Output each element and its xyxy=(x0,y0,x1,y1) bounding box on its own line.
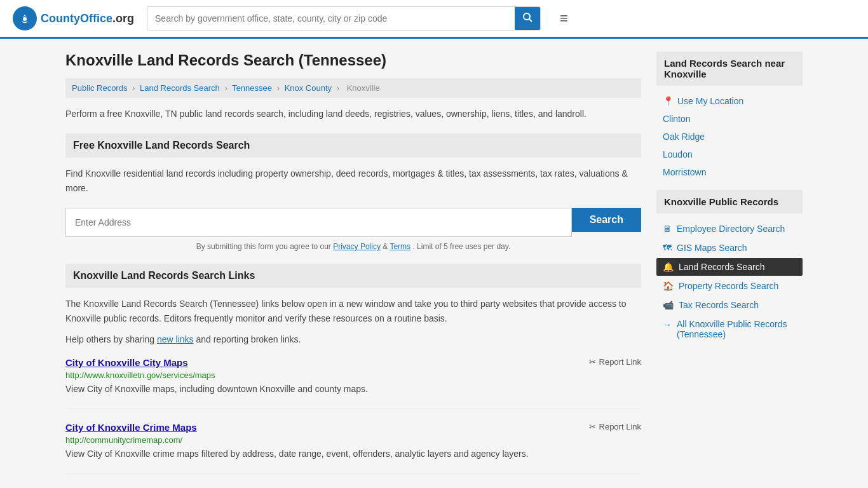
sidebar-icon-0: 🖥 xyxy=(663,224,672,234)
link-desc-0: View City of Knoxville maps, including d… xyxy=(65,383,641,396)
free-search-heading: Free Knoxville Land Records Search xyxy=(65,133,641,158)
sidebar-nearby-oak ridge[interactable]: Oak Ridge xyxy=(656,128,803,146)
global-search-input[interactable] xyxy=(147,8,515,29)
sidebar-nearby-list: ClintonOak RidgeLoudonMorristown xyxy=(656,110,803,181)
sidebar-item-property-records-search[interactable]: 🏠Property Records Search xyxy=(656,277,803,295)
sidebar-nearby-morristown[interactable]: Morristown xyxy=(656,163,803,181)
share-line: Help others by sharing new links and rep… xyxy=(65,334,641,344)
link-items-list: City of Knoxville City Maps ✂ Report Lin… xyxy=(65,357,641,474)
new-links-link[interactable]: new links xyxy=(157,334,194,344)
svg-point-2 xyxy=(524,13,530,20)
link-url-0[interactable]: http://www.knoxvilletn.gov/services/maps xyxy=(65,370,641,380)
address-search-input[interactable] xyxy=(65,208,572,237)
report-icon-1: ✂ xyxy=(589,422,596,431)
location-pin-icon: 📍 xyxy=(663,96,674,106)
breadcrumb-knoxville: Knoxville xyxy=(347,83,380,93)
sidebar-nearby-loudon[interactable]: Loudon xyxy=(656,146,803,163)
report-icon-0: ✂ xyxy=(589,357,596,367)
global-search-bar[interactable] xyxy=(147,6,541,30)
sidebar-public-records-list: 🖥Employee Directory Search🗺GIS Maps Sear… xyxy=(656,220,803,314)
main-content: Knoxville Land Records Search (Tennessee… xyxy=(65,51,641,487)
link-item-title-1[interactable]: City of Knoxville Crime Maps xyxy=(65,422,197,433)
header: CountyOffice.org ≡ xyxy=(0,0,868,39)
sidebar-item-gis-maps-search[interactable]: 🗺GIS Maps Search xyxy=(656,239,803,257)
sidebar-all-records-link[interactable]: → All Knoxville Public Records (Tennesse… xyxy=(656,315,803,343)
page-description: Perform a free Knoxville, TN public land… xyxy=(65,107,641,121)
svg-point-1 xyxy=(23,17,27,21)
link-item: City of Knoxville City Maps ✂ Report Lin… xyxy=(65,357,641,409)
address-search-button[interactable]: Search xyxy=(572,208,641,232)
address-search-form: Search xyxy=(65,208,641,237)
global-search-button[interactable] xyxy=(515,7,540,30)
link-url-1[interactable]: http://communitycrimemap.com/ xyxy=(65,435,641,445)
report-link-0[interactable]: ✂ Report Link xyxy=(589,357,641,367)
link-item: City of Knoxville Crime Maps ✂ Report Li… xyxy=(65,422,641,474)
breadcrumb-tennessee[interactable]: Tennessee xyxy=(232,83,272,93)
terms-link[interactable]: Terms xyxy=(390,242,410,251)
sidebar-public-records-title: Knoxville Public Records xyxy=(656,190,803,214)
arrow-icon: → xyxy=(663,320,672,330)
link-item-header: City of Knoxville Crime Maps ✂ Report Li… xyxy=(65,422,641,433)
report-link-1[interactable]: ✂ Report Link xyxy=(589,422,641,431)
breadcrumb-knox-county[interactable]: Knox County xyxy=(285,83,332,93)
links-section-description: The Knoxville Land Records Search (Tenne… xyxy=(65,297,641,325)
sidebar: Land Records Search near Knoxville 📍 Use… xyxy=(656,51,803,487)
logo-icon xyxy=(13,6,37,30)
links-section-heading: Knoxville Land Records Search Links xyxy=(65,264,641,288)
sidebar-icon-3: 🏠 xyxy=(663,281,674,291)
link-item-header: City of Knoxville City Maps ✂ Report Lin… xyxy=(65,357,641,368)
logo-text: CountyOffice.org xyxy=(41,12,134,25)
logo[interactable]: CountyOffice.org xyxy=(13,6,134,30)
svg-line-3 xyxy=(529,19,532,22)
page-container: Knoxville Land Records Search (Tennessee… xyxy=(53,39,815,488)
form-notice: By submitting this form you agree to our… xyxy=(65,242,641,251)
sidebar-item-tax-records-search[interactable]: 📹Tax Records Search xyxy=(656,296,803,314)
sidebar-item-employee-directory-search[interactable]: 🖥Employee Directory Search xyxy=(656,220,803,238)
use-my-location[interactable]: 📍 Use My Location xyxy=(656,92,803,110)
sidebar-nearby-clinton[interactable]: Clinton xyxy=(656,110,803,128)
breadcrumb-land-records[interactable]: Land Records Search xyxy=(140,83,220,93)
hamburger-menu[interactable]: ≡ xyxy=(560,10,568,27)
link-desc-1: View City of Knoxville crime maps filter… xyxy=(65,447,641,461)
link-item-title-0[interactable]: City of Knoxville City Maps xyxy=(65,357,188,368)
sidebar-icon-2: 🔔 xyxy=(663,262,674,272)
breadcrumb-public-records[interactable]: Public Records xyxy=(72,83,127,93)
page-title: Knoxville Land Records Search (Tennessee… xyxy=(65,51,641,69)
sidebar-icon-4: 📹 xyxy=(663,300,674,310)
sidebar-item-land-records-search[interactable]: 🔔Land Records Search xyxy=(656,258,803,276)
sidebar-icon-1: 🗺 xyxy=(663,243,672,253)
privacy-policy-link[interactable]: Privacy Policy xyxy=(333,242,381,251)
free-search-description: Find Knoxville residential land records … xyxy=(65,166,641,195)
breadcrumb: Public Records › Land Records Search › T… xyxy=(65,78,641,98)
sidebar-nearby-title: Land Records Search near Knoxville xyxy=(656,51,803,86)
